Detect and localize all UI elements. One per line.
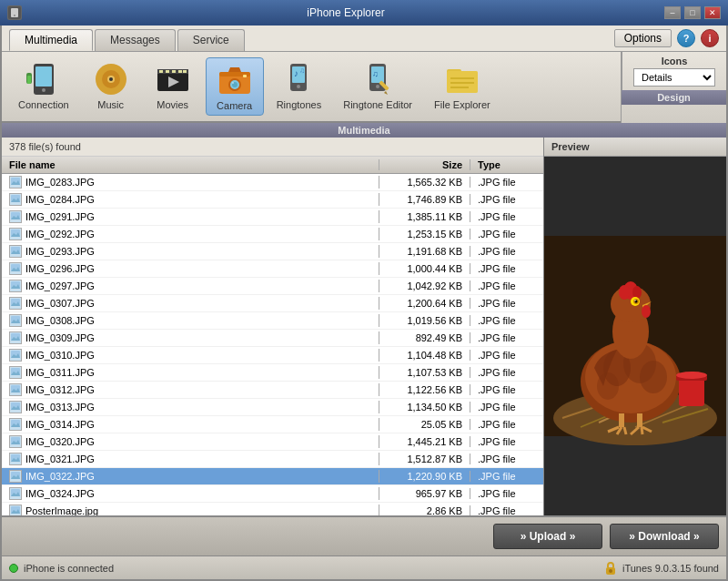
toolbar-movies[interactable]: Movies bbox=[144, 57, 202, 116]
options-button[interactable]: Options bbox=[614, 29, 672, 47]
table-row[interactable]: IMG_0309.JPG892.49 KB.JPG file bbox=[2, 330, 543, 347]
connection-label: Connection bbox=[18, 99, 69, 110]
table-row[interactable]: IMG_0308.JPG1,019.56 KB.JPG file bbox=[2, 312, 543, 330]
file-type: .JPG file bbox=[470, 332, 543, 343]
camera-label: Camera bbox=[217, 100, 252, 111]
connection-icon bbox=[25, 61, 62, 97]
file-type: .JPG file bbox=[470, 419, 543, 430]
tab-multimedia[interactable]: Multimedia bbox=[9, 29, 93, 51]
file-name: PosterImage.jpg bbox=[25, 505, 98, 515]
file-icon bbox=[9, 314, 22, 327]
table-row[interactable]: IMG_0293.JPG1,191.68 KB.JPG file bbox=[2, 243, 543, 260]
window-controls[interactable]: – □ ✕ bbox=[664, 6, 721, 19]
table-row[interactable]: IMG_0322.JPG1,220.90 KB.JPG file bbox=[2, 468, 543, 485]
file-type: .JPG file bbox=[470, 280, 543, 291]
file-size: 1,512.87 KB bbox=[379, 454, 470, 464]
ringtone-editor-icon: ♫ bbox=[359, 61, 396, 97]
table-row[interactable]: IMG_0284.JPG1,746.89 KB.JPG file bbox=[2, 191, 543, 209]
table-row[interactable]: IMG_0312.JPG1,122.56 KB.JPG file bbox=[2, 382, 543, 399]
svg-rect-16 bbox=[172, 70, 176, 73]
preview-panel: Preview bbox=[544, 138, 726, 515]
table-row[interactable]: IMG_0296.JPG1,000.44 KB.JPG file bbox=[2, 260, 543, 278]
table-row[interactable]: IMG_0297.JPG1,042.92 KB.JPG file bbox=[2, 278, 543, 295]
svg-rect-4 bbox=[35, 66, 52, 87]
header-filename[interactable]: File name bbox=[2, 159, 379, 170]
file-type: .JPG file bbox=[470, 229, 543, 240]
minimize-button[interactable]: – bbox=[664, 6, 681, 19]
file-table-header: File name Size Type bbox=[2, 157, 543, 174]
file-icon bbox=[9, 245, 22, 258]
file-size: 1,200.64 KB bbox=[379, 298, 470, 309]
svg-marker-38 bbox=[384, 91, 388, 95]
table-row[interactable]: IMG_0321.JPG1,512.87 KB.JPG file bbox=[2, 451, 543, 468]
file-size: 1,191.68 KB bbox=[379, 246, 470, 257]
table-row[interactable]: IMG_0307.JPG1,200.64 KB.JPG file bbox=[2, 295, 543, 312]
file-size: 25.05 KB bbox=[379, 419, 470, 430]
icon-toolbar: Connection Music bbox=[2, 52, 621, 123]
svg-point-145 bbox=[676, 372, 707, 379]
header-type[interactable]: Type bbox=[470, 159, 543, 170]
itunes-status: iTunes 9.0.3.15 found bbox=[622, 563, 719, 574]
file-icon bbox=[9, 228, 22, 240]
tab-messages[interactable]: Messages bbox=[95, 29, 176, 51]
file-size: 1,042.92 KB bbox=[379, 280, 470, 291]
file-name: IMG_0291.JPG bbox=[25, 211, 95, 222]
table-row[interactable]: IMG_0311.JPG1,107.53 KB.JPG file bbox=[2, 364, 543, 382]
table-row[interactable]: IMG_0314.JPG25.05 KB.JPG file bbox=[2, 416, 543, 433]
file-icon bbox=[9, 349, 22, 362]
file-type: .JPG file bbox=[470, 211, 543, 222]
file-type: .JPG file bbox=[470, 367, 543, 378]
ringtone-editor-label: Ringtone Editor bbox=[343, 99, 412, 110]
file-icon bbox=[9, 176, 22, 189]
table-row[interactable]: IMG_0291.JPG1,385.11 KB.JPG file bbox=[2, 209, 543, 226]
file-type: .JPG file bbox=[470, 246, 543, 257]
upload-button[interactable]: » Upload » bbox=[493, 524, 602, 549]
file-list-scroll[interactable]: IMG_0283.JPG1,565.32 KB.JPG file IMG_028… bbox=[2, 174, 543, 515]
file-name: IMG_0310.JPG bbox=[25, 350, 95, 361]
tab-bar: Multimedia Messages Service Options ? i bbox=[2, 25, 726, 52]
table-row[interactable]: PosterImage.jpg2.86 KB.JPG file bbox=[2, 503, 543, 515]
table-row[interactable]: IMG_0320.JPG1,445.21 KB.JPG file bbox=[2, 433, 543, 451]
file-type: .JPG file bbox=[470, 384, 543, 395]
file-type: .JPG file bbox=[470, 298, 543, 309]
close-button[interactable]: ✕ bbox=[704, 6, 721, 19]
toolbar-ringtones[interactable]: ♪ ♫ Ringtones bbox=[268, 57, 331, 116]
svg-rect-14 bbox=[159, 70, 163, 73]
svg-rect-7 bbox=[27, 76, 31, 84]
file-size: 1,019.56 KB bbox=[379, 315, 470, 326]
table-row[interactable]: IMG_0292.JPG1,253.15 KB.JPG file bbox=[2, 226, 543, 243]
file-type: .JPG file bbox=[470, 436, 543, 447]
toolbar-connection[interactable]: Connection bbox=[9, 57, 78, 116]
file-icon bbox=[9, 297, 22, 310]
table-row[interactable]: IMG_0324.JPG965.97 KB.JPG file bbox=[2, 485, 543, 503]
camera-icon bbox=[217, 62, 253, 98]
tab-service[interactable]: Service bbox=[177, 29, 245, 51]
movies-icon bbox=[155, 61, 191, 97]
file-type: .JPG file bbox=[470, 505, 543, 515]
icons-select[interactable]: Details List Icons bbox=[633, 68, 715, 87]
file-size: 1,445.21 KB bbox=[379, 436, 470, 447]
file-name: IMG_0284.JPG bbox=[25, 194, 95, 205]
toolbar-camera[interactable]: Camera bbox=[206, 57, 264, 116]
svg-line-139 bbox=[624, 427, 626, 434]
file-type: .JPG file bbox=[470, 471, 543, 482]
maximize-button[interactable]: □ bbox=[684, 6, 701, 19]
status-left: iPhone is connected bbox=[9, 563, 114, 574]
help-button[interactable]: ? bbox=[677, 29, 695, 47]
file-type: .JPG file bbox=[470, 194, 543, 205]
music-label: Music bbox=[97, 99, 124, 110]
svg-rect-15 bbox=[166, 70, 169, 73]
toolbar-ringtone-editor[interactable]: ♫ Ringtone Editor bbox=[334, 57, 421, 116]
toolbar-icons: Connection Music bbox=[9, 57, 613, 116]
file-size: 965.97 KB bbox=[379, 488, 470, 499]
toolbar-music[interactable]: Music bbox=[82, 57, 140, 116]
header-size[interactable]: Size bbox=[379, 159, 470, 170]
download-button[interactable]: » Download » bbox=[610, 524, 719, 549]
table-row[interactable]: IMG_0313.JPG1,134.50 KB.JPG file bbox=[2, 399, 543, 416]
table-row[interactable]: IMG_0283.JPG1,565.32 KB.JPG file bbox=[2, 174, 543, 191]
file-name: IMG_0311.JPG bbox=[25, 367, 95, 378]
top-right-controls: Options ? i bbox=[614, 29, 719, 51]
toolbar-file-explorer[interactable]: File Explorer bbox=[425, 57, 500, 116]
table-row[interactable]: IMG_0310.JPG1,104.48 KB.JPG file bbox=[2, 347, 543, 364]
info-button[interactable]: i bbox=[701, 29, 719, 47]
